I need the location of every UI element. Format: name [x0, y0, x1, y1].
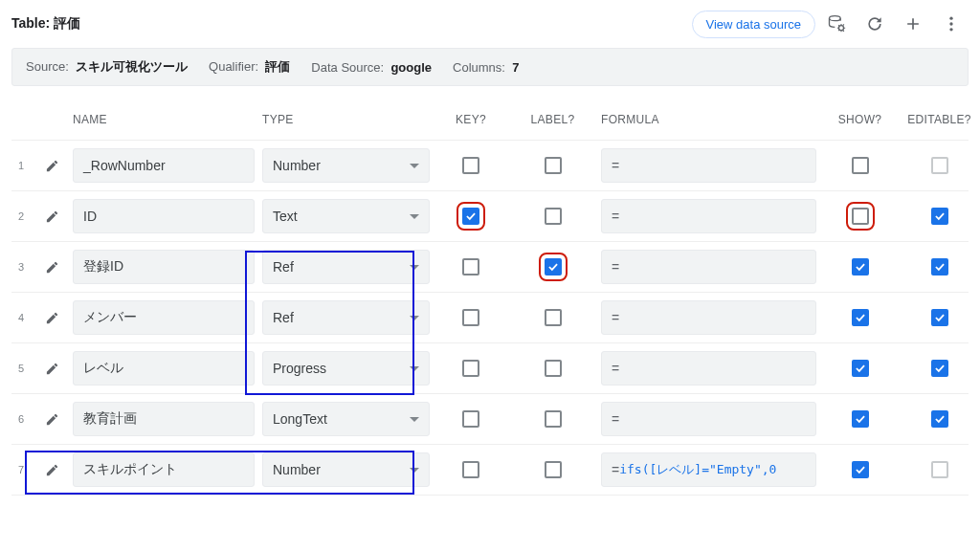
more-vert-icon: [942, 14, 961, 33]
column-name-input[interactable]: レベル: [73, 351, 255, 386]
col-header-editable: EDITABLE?: [903, 113, 975, 126]
formula-input[interactable]: =: [601, 300, 816, 335]
database-gear-icon: [827, 14, 846, 33]
checkbox[interactable]: [852, 309, 869, 326]
checkbox[interactable]: [931, 461, 948, 478]
svg-point-1: [839, 26, 844, 31]
checkbox[interactable]: [852, 258, 869, 276]
row-number: 4: [11, 312, 31, 323]
col-header-formula: FORMULA: [601, 113, 816, 126]
row-number: 2: [11, 210, 31, 222]
refresh-button[interactable]: [858, 7, 892, 41]
checkbox[interactable]: [931, 360, 948, 377]
formula-input[interactable]: = ifs([レベル]="Empty",0: [601, 452, 816, 487]
column-name-input[interactable]: _RowNumber: [73, 148, 255, 183]
column-name-input[interactable]: 教育計画: [73, 402, 255, 436]
col-header-show: SHOW?: [824, 113, 896, 126]
table-row: 5レベルProgress=: [11, 343, 969, 394]
row-number: 3: [11, 261, 31, 273]
edit-row-button[interactable]: [38, 412, 65, 427]
edit-row-button[interactable]: [38, 159, 65, 173]
column-type-select[interactable]: Progress: [262, 351, 430, 386]
checkbox[interactable]: [931, 157, 948, 174]
formula-input[interactable]: =: [601, 402, 816, 436]
checkbox[interactable]: [852, 208, 869, 225]
table-row: 1_RowNumberNumber=: [11, 141, 969, 191]
checkbox[interactable]: [545, 461, 562, 478]
refresh-icon: [865, 14, 884, 33]
row-number: 7: [11, 464, 31, 475]
col-header-name: NAME: [73, 113, 255, 126]
table-row: 3登録IDRef=: [11, 242, 969, 293]
table-row: 2IDText=: [11, 191, 969, 242]
table-row: 6教育計画LongText=: [11, 394, 969, 445]
checkbox[interactable]: [462, 258, 479, 276]
svg-point-3: [949, 22, 952, 25]
columns-table: NAME TYPE KEY? LABEL? FORMULA SHOW? EDIT…: [11, 113, 969, 496]
checkbox[interactable]: [462, 208, 479, 225]
edit-row-button[interactable]: [38, 311, 65, 325]
checkbox[interactable]: [462, 410, 479, 428]
checkbox[interactable]: [545, 309, 562, 326]
edit-row-button[interactable]: [38, 463, 65, 477]
column-name-input[interactable]: スキルポイント: [73, 452, 255, 487]
formula-input[interactable]: =: [601, 199, 816, 233]
col-header-key: KEY?: [437, 113, 504, 126]
more-button[interactable]: [934, 7, 969, 41]
col-header-type: TYPE: [262, 113, 430, 126]
row-number: 1: [11, 160, 31, 171]
column-type-select[interactable]: Text: [262, 199, 430, 233]
checkbox[interactable]: [462, 360, 479, 377]
page-title: Table: 評価: [11, 15, 80, 33]
checkbox[interactable]: [545, 258, 562, 276]
formula-input[interactable]: =: [601, 351, 816, 386]
column-name-input[interactable]: 登録ID: [73, 250, 255, 284]
column-type-select[interactable]: Ref: [262, 300, 430, 335]
row-number: 5: [11, 363, 31, 374]
checkbox[interactable]: [462, 461, 479, 478]
source-info-bar: Source: スキル可視化ツール Qualifier: 評価 Data Sou…: [11, 48, 969, 86]
checkbox[interactable]: [462, 309, 479, 326]
checkbox[interactable]: [545, 208, 562, 225]
svg-point-2: [949, 17, 952, 20]
column-name-input[interactable]: ID: [73, 199, 255, 233]
formula-input[interactable]: =: [601, 250, 816, 284]
checkbox[interactable]: [931, 258, 948, 276]
column-type-select[interactable]: Number: [262, 148, 430, 183]
checkbox[interactable]: [852, 410, 869, 428]
add-button[interactable]: [896, 7, 930, 41]
edit-row-button[interactable]: [38, 362, 65, 376]
column-type-select[interactable]: LongText: [262, 402, 430, 436]
checkbox[interactable]: [931, 208, 948, 225]
checkbox[interactable]: [931, 410, 948, 428]
checkbox[interactable]: [545, 360, 562, 377]
svg-point-0: [830, 16, 841, 21]
checkbox[interactable]: [545, 410, 562, 428]
table-row: 7スキルポイントNumber= ifs([レベル]="Empty",0: [11, 445, 969, 496]
row-number: 6: [11, 413, 31, 425]
edit-row-button[interactable]: [38, 209, 65, 224]
checkbox[interactable]: [852, 360, 869, 377]
checkbox[interactable]: [545, 157, 562, 174]
table-row: 4メンバーRef=: [11, 293, 969, 343]
checkbox[interactable]: [462, 157, 479, 174]
formula-input[interactable]: =: [601, 148, 816, 183]
svg-point-4: [949, 28, 952, 31]
checkbox[interactable]: [931, 309, 948, 326]
col-header-label: LABEL?: [512, 113, 593, 126]
regen-schema-button[interactable]: [819, 7, 854, 41]
column-type-select[interactable]: Number: [262, 452, 430, 487]
column-name-input[interactable]: メンバー: [73, 300, 255, 335]
plus-icon: [903, 14, 923, 33]
edit-row-button[interactable]: [38, 260, 65, 275]
checkbox[interactable]: [852, 157, 869, 174]
view-data-source-button[interactable]: View data source: [692, 11, 816, 38]
column-type-select[interactable]: Ref: [262, 250, 430, 284]
checkbox[interactable]: [852, 461, 869, 478]
